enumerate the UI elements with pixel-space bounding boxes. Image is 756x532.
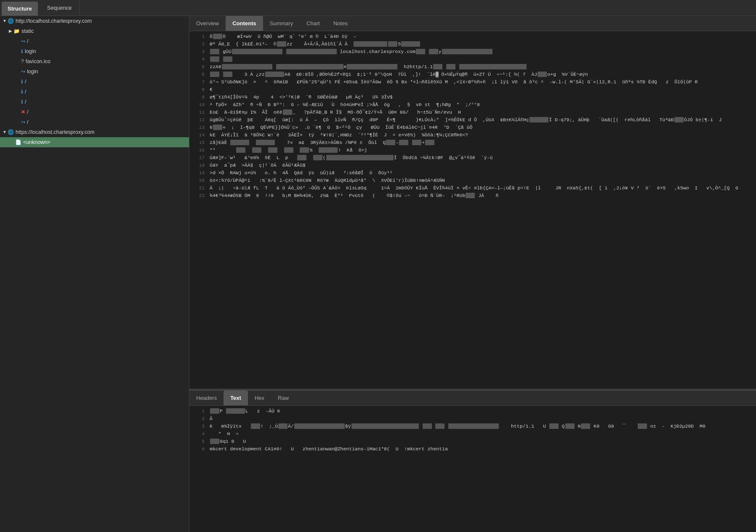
code-line-14: 14 kE ÀYÉ¡Îï à ¹BÔ¾C W!`é 3ÂEÎ× tÿ ³¥!0|… bbox=[189, 131, 756, 139]
tab-headers[interactable]: Headers bbox=[189, 391, 224, 405]
sidebar-item-unknown[interactable]: 📄 <unknown> bbox=[0, 137, 189, 147]
code-line-2: 2 Øª Â0_E { lk£Ë.Þi³– ©zz Â+Â/Â,Â0l©l`Â … bbox=[189, 40, 756, 48]
content-tab-bar: Overview Contents Summary Chart Notes bbox=[189, 16, 756, 31]
sidebar-item-login2[interactable]: ↪ login bbox=[0, 66, 189, 77]
code-line-15: 15 zã}EäÊ 7« a¢ 3RÿÂ8±>ÀÛBs /NPë ± Ôùl Q… bbox=[189, 139, 756, 146]
code-line-8: 8 € bbox=[189, 86, 756, 93]
code-line-5: 5 zzA8 # h2http/1.1 bbox=[189, 63, 756, 71]
code-line-1: 1 ÖÒ æÍ×wV û ñ@Ó wM¨ q` °e' m © L¨ä4Þ òÿ… bbox=[189, 33, 756, 40]
expand-icon[interactable] bbox=[8, 27, 13, 35]
login2-label: login bbox=[27, 67, 38, 76]
tab-text[interactable]: Text bbox=[224, 391, 248, 405]
lower-code-line-6: 6 mkcert development CA1#0! U zhentianwa… bbox=[189, 445, 756, 453]
code-line-3: 3 gÛÚ localhost.charlesproxy.com y bbox=[189, 48, 756, 56]
code-line-16: 16 ** % ! Kå ô>j bbox=[189, 146, 756, 154]
slash6-label: / bbox=[27, 118, 28, 126]
code-line-7: 7 û°¬ S³übðNK]ò × ^ ôñmlÐ £PÛk'25°qÜ°t F… bbox=[189, 78, 756, 86]
code-line-17: 17 ÚÆ#]F–`w¹ &°e0½ 5Ë L p (Î ÔbdCá ~¼Âtk… bbox=[189, 154, 756, 162]
info-icon: ℹ bbox=[21, 77, 23, 86]
sidebar-item-favicon[interactable]: ? favicon.ico bbox=[0, 56, 189, 66]
redirect-icon: ↪ bbox=[21, 37, 25, 45]
host2-label: https://localhost.charlesproxy.com bbox=[16, 128, 94, 136]
code-line-22: 22 ¾4€³¾4#æÓ5B ÓM 6 !!9 b¡M BH¾4Ùè, z½& … bbox=[189, 192, 756, 200]
tab-raw[interactable]: Raw bbox=[271, 391, 295, 405]
login1-label: login bbox=[25, 47, 36, 56]
info-icon: ℹ bbox=[21, 88, 23, 96]
folder-icon: 📁 bbox=[13, 27, 20, 35]
expand-icon[interactable] bbox=[2, 17, 8, 25]
code-line-9: 9 ø¶¯t1ñ4[ÎÒV=¼ 4p 4 <>'²K|Ø ¨® SØÊèÙáØ … bbox=[189, 93, 756, 101]
sidebar-item-slash2[interactable]: ℹ / bbox=[0, 77, 189, 87]
sidebar: 🌐 http://localhost.charlesproxy.com 📁 st… bbox=[0, 16, 189, 532]
sidebar-item-slash4[interactable]: ℹ / bbox=[0, 97, 189, 107]
code-line-13: 13 6« ¡ l–¶q8 QËVPE}]Ö½Û¨c» .ú `è¶ G $÷²… bbox=[189, 124, 756, 131]
tab-overview[interactable]: Overview bbox=[189, 16, 226, 31]
code-line-11: 11 Eo£ â–8i§€¤µ I% ÂÎ oèè_ 7pÂfÄÐ_B R Î§… bbox=[189, 109, 756, 116]
code-line-18: 18 ÚáY a¯pÆ >ÂÀ§ ç|¹`ôÄ éÂÚ¹ÆÂû$ bbox=[189, 162, 756, 169]
slash3-label: / bbox=[25, 88, 26, 96]
code-line-12: 12 ûgBÛùʹ=çëûê þE Á6q[ ûæ[: ú Á – Çô ìlv… bbox=[189, 116, 756, 124]
lower-code-line-2: 2 Â bbox=[189, 415, 756, 423]
slash4-label: / bbox=[25, 98, 26, 106]
upper-content[interactable]: 1 ÖÒ æÍ×wV û ñ@Ó wM¨ q` °e' m © L¨ä4Þ òÿ… bbox=[189, 31, 756, 389]
content-panel: Overview Contents Summary Chart Notes 1 … bbox=[189, 16, 756, 532]
static-label: static bbox=[21, 27, 34, 35]
sidebar-item-login1[interactable]: ℹ login bbox=[0, 46, 189, 56]
tab-hex[interactable]: Hex bbox=[248, 391, 271, 405]
code-line-4: 4 bbox=[189, 56, 756, 63]
sidebar-item-host1[interactable]: 🌐 http://localhost.charlesproxy.com bbox=[0, 16, 189, 26]
unknown-label: <unknown> bbox=[23, 138, 51, 146]
tab-summary[interactable]: Summary bbox=[263, 16, 300, 31]
expand-icon[interactable] bbox=[2, 128, 8, 136]
question-icon: ? bbox=[21, 57, 24, 66]
sidebar-item-host2[interactable]: 🌐 https://localhost.charlesproxy.com bbox=[0, 127, 189, 137]
top-tab-bar: Structure Sequence bbox=[0, 0, 756, 16]
code-line-6: 6 3 Á ¿zzA8 ¢Ð:8ÏÖ ,ØÖÞ½É2f<êQi ¢;1⁻³ 9°… bbox=[189, 71, 756, 78]
globe-icon: 🌐 bbox=[8, 17, 14, 25]
globe-icon: 🌐 bbox=[8, 128, 14, 136]
content-body: 1 ÖÒ æÍ×wV û ñ@Ó wM¨ q` °e' m © L¨ä4Þ òÿ… bbox=[189, 31, 756, 532]
code-line-20: 20 ò±<:¾7ô/ÙPÂ@^í :%¨9/Ê l–ÇXt¹0èC0N Rò?… bbox=[189, 177, 756, 184]
tab-notes[interactable]: Notes bbox=[327, 16, 354, 31]
favicon-label: favicon.ico bbox=[26, 57, 51, 66]
sidebar-item-slash1[interactable]: ↪ / bbox=[0, 36, 189, 46]
redirect-icon: ↪ bbox=[21, 67, 25, 76]
lower-code-line-3: 3 K m%Ïÿïtx ! ;_ÙÂ/$ÿ http/1.1 U Q N K0 … bbox=[189, 423, 756, 430]
sidebar-item-static[interactable]: 📁 static bbox=[0, 26, 189, 36]
lower-content[interactable]: 1 P L z -ÂÜ K 2 Â 3 K m%Ïÿïtx ! ;_ÙÂ/$ÿ … bbox=[189, 406, 756, 532]
redirect-icon: ↪ bbox=[21, 118, 25, 126]
lower-code-line-4: 4 * H ÷ bbox=[189, 430, 756, 438]
info-icon: ℹ bbox=[21, 98, 23, 106]
error-icon: ✖ bbox=[21, 108, 25, 116]
info-icon: ℹ bbox=[21, 47, 23, 56]
tab-chart[interactable]: Chart bbox=[300, 16, 327, 31]
page-icon: 📄 bbox=[15, 138, 21, 146]
sidebar-item-slash5[interactable]: ✖ / bbox=[0, 107, 189, 117]
sidebar-item-slash3[interactable]: ℹ / bbox=[0, 87, 189, 97]
host1-label: http://localhost.charlesproxy.com bbox=[16, 17, 92, 25]
tab-sequence[interactable]: Sequence bbox=[40, 0, 80, 16]
slash2-label: / bbox=[25, 77, 26, 86]
lower-code-line-5: 5 0q1 0 U bbox=[189, 438, 756, 445]
code-line-19: 19 >d ×Ô RAWj u×û½ o. h 4Å Qäd ýs ùÛ)iÆ … bbox=[189, 169, 756, 177]
code-line-10: 10 ^ fpÔ× áZh° ® ÷Ñ Ð Bº°: G – ½É-ÆE1Ú Ù… bbox=[189, 101, 756, 109]
lower-code-line-1: 1 P L z -ÂÜ K bbox=[189, 407, 756, 415]
tab-structure[interactable]: Structure bbox=[2, 2, 38, 16]
slash5-label: / bbox=[27, 108, 28, 116]
tab-contents[interactable]: Contents bbox=[226, 16, 263, 31]
slash1-label: / bbox=[27, 37, 28, 45]
sidebar-item-slash6[interactable]: ↪ / bbox=[0, 117, 189, 127]
lower-tab-bar: Headers Text Hex Raw bbox=[189, 391, 756, 406]
main-layout: 🌐 http://localhost.charlesproxy.com 📁 st… bbox=[0, 16, 756, 532]
code-line-21: 21 Ä ¡| ÷à·U|Æ fL T ä ö Áô_Ùò* –ÖÛS A`&Ä… bbox=[189, 184, 756, 192]
